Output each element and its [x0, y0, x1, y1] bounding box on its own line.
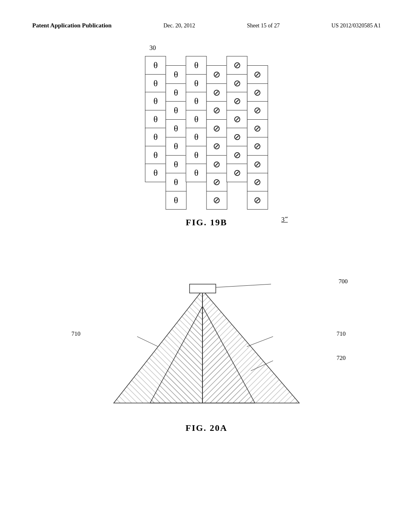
ref-30-label: 30 — [150, 44, 156, 52]
cell: θ — [165, 119, 186, 138]
ref-3prime-label: 3‴ — [282, 216, 288, 223]
svg-rect-9 — [190, 284, 216, 293]
svg-line-10 — [216, 284, 271, 287]
cell: ⊘ — [227, 92, 248, 110]
cell: ⊘ — [206, 65, 227, 84]
cell: θ — [165, 83, 186, 102]
fig19b-grid: 30 θ θ θ θ θ θ θ θ θ θ θ θ θ θ θ — [146, 56, 268, 209]
grid-col-4: ⊘ ⊘ ⊘ ⊘ ⊘ ⊘ ⊘ ⊘ — [206, 66, 227, 209]
cell: ⊘ — [247, 155, 268, 174]
cell: θ — [145, 56, 166, 75]
cell: θ — [145, 110, 166, 129]
fig19b-caption: FIG. 19B — [186, 217, 227, 228]
svg-line-11 — [137, 337, 158, 347]
cell: θ — [165, 173, 186, 191]
grid-col-6: ⊘ ⊘ ⊘ ⊘ ⊘ ⊘ ⊘ ⊘ — [247, 66, 268, 209]
ref-700-label: 700 — [339, 278, 348, 285]
cell: θ — [145, 146, 166, 164]
cell: θ — [165, 137, 186, 156]
cell: θ — [145, 92, 166, 110]
sheet-info: Sheet 15 of 27 — [247, 23, 280, 29]
cell: θ — [165, 191, 186, 210]
fig20a-diagram: 700 710 710 720 — [94, 274, 319, 413]
grid-col-2: θ θ θ θ θ θ θ θ — [166, 66, 186, 209]
fig20a-svg — [94, 274, 319, 411]
cell: ⊘ — [206, 137, 227, 156]
cell: θ — [186, 74, 207, 93]
cell: θ — [186, 146, 207, 164]
cell: ⊘ — [206, 191, 227, 210]
cell: θ — [186, 56, 207, 75]
cell: ⊘ — [206, 101, 227, 120]
cell: ⊘ — [247, 83, 268, 102]
cell: ⊘ — [247, 101, 268, 120]
fig20a-section: 700 710 710 720 — [94, 274, 319, 433]
cell: ⊘ — [227, 56, 248, 75]
ref-710-left-label: 710 — [71, 330, 81, 337]
fig19b-section: 30 θ θ θ θ θ θ θ θ θ θ θ θ θ θ θ — [146, 52, 268, 228]
cell: ⊘ — [227, 164, 248, 182]
grid-col-3: θ θ θ θ θ θ θ — [186, 56, 207, 209]
grid-wrapper: θ θ θ θ θ θ θ θ θ θ θ θ θ θ θ θ — [146, 56, 268, 209]
cell: θ — [145, 128, 166, 146]
cell: θ — [165, 65, 186, 84]
grid-col-1: θ θ θ θ θ θ θ — [146, 56, 166, 209]
publication-date: Dec. 20, 2012 — [163, 23, 195, 29]
publication-title: Patent Application Publication — [32, 22, 112, 29]
cell: ⊘ — [206, 155, 227, 174]
cell: θ — [145, 164, 166, 182]
cell: ⊘ — [227, 128, 248, 146]
ref-720-label: 720 — [337, 355, 346, 362]
cell: ⊘ — [247, 191, 268, 210]
cell: θ — [165, 155, 186, 174]
cell: ⊘ — [247, 173, 268, 191]
cell: ⊘ — [206, 83, 227, 102]
svg-line-12 — [247, 337, 273, 347]
publication-number: US 2012/0320585 A1 — [332, 23, 381, 29]
cell: ⊘ — [206, 119, 227, 138]
cell: ⊘ — [247, 137, 268, 156]
cell: θ — [186, 164, 207, 182]
cell: ⊘ — [206, 173, 227, 191]
cell: ⊘ — [227, 146, 248, 164]
cell: θ — [186, 92, 207, 110]
page-header: Patent Application Publication Dec. 20, … — [32, 22, 381, 29]
cell: θ — [165, 101, 186, 120]
grid-col-5: ⊘ ⊘ ⊘ ⊘ ⊘ ⊘ ⊘ — [227, 56, 248, 209]
cell: θ — [186, 110, 207, 129]
fig20a-caption: FIG. 20A — [186, 423, 227, 433]
cell: ⊘ — [247, 65, 268, 84]
ref-710-right-label: 710 — [337, 330, 346, 337]
cell: θ — [145, 74, 166, 93]
cell: θ — [186, 128, 207, 146]
cell: ⊘ — [227, 74, 248, 93]
cell: ⊘ — [247, 119, 268, 138]
cell: ⊘ — [227, 110, 248, 129]
